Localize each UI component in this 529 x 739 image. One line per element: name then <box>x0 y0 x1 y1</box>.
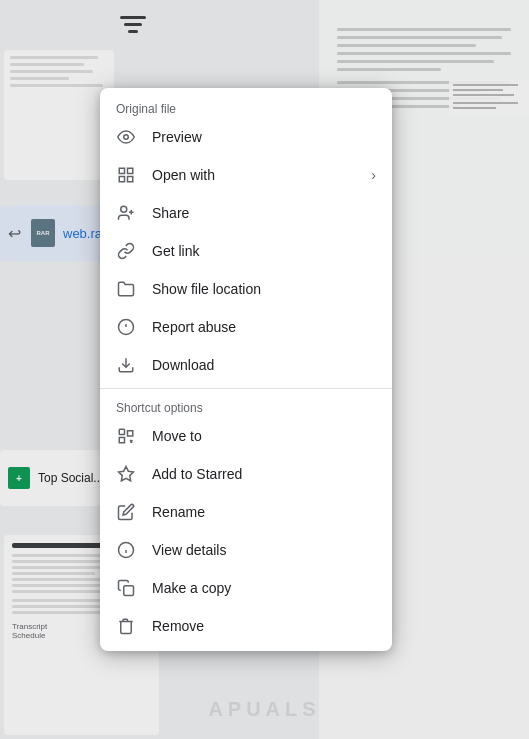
folder-icon <box>116 279 136 299</box>
share-label: Share <box>152 205 189 221</box>
svg-rect-2 <box>128 168 133 173</box>
remove-label: Remove <box>152 618 204 634</box>
person-add-icon <box>116 203 136 223</box>
preview-label: Preview <box>152 129 202 145</box>
menu-item-rename[interactable]: Rename <box>100 493 392 531</box>
download-icon <box>116 355 136 375</box>
context-menu: Original file Preview Open with › <box>100 88 392 651</box>
menu-item-download[interactable]: Download <box>100 346 392 384</box>
add-starred-label: Add to Starred <box>152 466 242 482</box>
move-icon <box>116 426 136 446</box>
svg-rect-1 <box>119 168 124 173</box>
menu-item-make-copy[interactable]: Make a copy <box>100 569 392 607</box>
svg-marker-13 <box>119 467 134 481</box>
svg-rect-4 <box>128 177 133 182</box>
pencil-icon <box>116 502 136 522</box>
menu-item-show-location[interactable]: Show file location <box>100 270 392 308</box>
link-icon <box>116 241 136 261</box>
details-info-icon <box>116 540 136 560</box>
open-with-label: Open with <box>152 167 355 183</box>
download-label: Download <box>152 357 214 373</box>
shortcut-options-label: Shortcut options <box>100 393 392 417</box>
get-link-label: Get link <box>152 243 199 259</box>
make-copy-label: Make a copy <box>152 580 231 596</box>
copy-icon <box>116 578 136 598</box>
menu-item-report-abuse[interactable]: Report abuse <box>100 308 392 346</box>
svg-point-0 <box>124 135 129 140</box>
rename-label: Rename <box>152 504 205 520</box>
menu-item-view-details[interactable]: View details <box>100 531 392 569</box>
svg-rect-17 <box>124 586 134 596</box>
report-abuse-label: Report abuse <box>152 319 236 335</box>
menu-item-share[interactable]: Share <box>100 194 392 232</box>
svg-point-5 <box>121 206 127 212</box>
menu-item-move-to[interactable]: Move to <box>100 417 392 455</box>
menu-item-open-with[interactable]: Open with › <box>100 156 392 194</box>
menu-item-get-link[interactable]: Get link <box>100 232 392 270</box>
trash-icon <box>116 616 136 636</box>
open-with-chevron: › <box>371 167 376 183</box>
grid-icon <box>116 165 136 185</box>
original-file-label: Original file <box>100 94 392 118</box>
info-circle-icon <box>116 317 136 337</box>
eye-icon <box>116 127 136 147</box>
menu-divider <box>100 388 392 389</box>
menu-item-remove[interactable]: Remove <box>100 607 392 645</box>
move-to-label: Move to <box>152 428 202 444</box>
show-location-label: Show file location <box>152 281 261 297</box>
svg-rect-12 <box>119 429 124 434</box>
svg-rect-3 <box>119 177 124 182</box>
star-icon <box>116 464 136 484</box>
view-details-label: View details <box>152 542 226 558</box>
menu-item-add-starred[interactable]: Add to Starred <box>100 455 392 493</box>
menu-item-preview[interactable]: Preview <box>100 118 392 156</box>
